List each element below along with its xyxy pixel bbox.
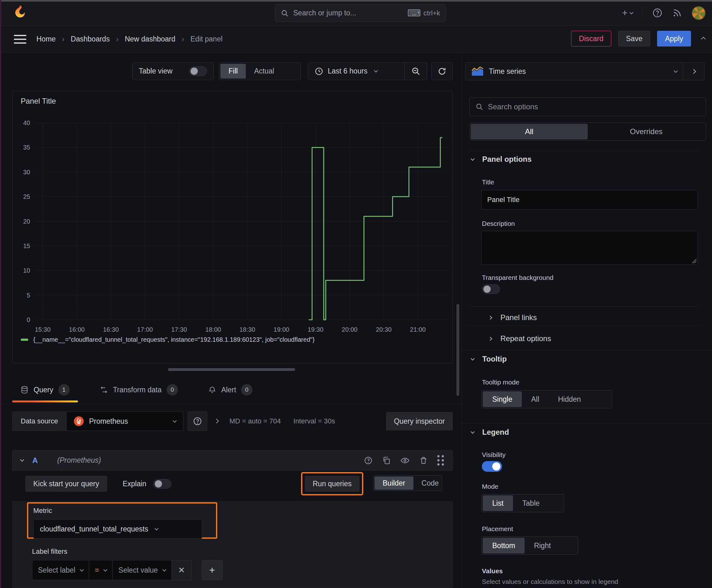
builder-code-switch: Builder Code xyxy=(373,475,442,491)
legend-mode-table-option[interactable]: Table xyxy=(513,495,549,511)
panel-options-heading: Panel options xyxy=(482,155,532,164)
search-options-placeholder: Search options xyxy=(488,102,538,111)
run-queries-button[interactable]: Run queries xyxy=(305,476,360,491)
legend-section-header[interactable]: Legend xyxy=(471,428,509,437)
delete-query-icon[interactable] xyxy=(419,456,428,465)
visualization-picker[interactable]: Time series xyxy=(466,66,683,76)
remove-filter-button[interactable]: ✕ xyxy=(172,560,192,580)
explain-toggle[interactable] xyxy=(153,479,171,489)
legend-heading: Legend xyxy=(482,428,509,437)
zoom-out-button[interactable] xyxy=(404,63,427,80)
select-label-dropdown[interactable]: Select label xyxy=(32,560,89,580)
options-scope-tabs: All Overrides xyxy=(469,123,706,141)
datasource-value: Prometheus xyxy=(89,417,128,426)
title-option-label: Title xyxy=(482,178,494,186)
description-textarea[interactable] xyxy=(481,231,698,265)
hide-query-icon[interactable] xyxy=(400,456,410,465)
builder-option[interactable]: Builder xyxy=(374,477,413,490)
select-value-dropdown[interactable]: Select value xyxy=(113,560,171,580)
transform-icon xyxy=(100,386,108,394)
breadcrumb-home[interactable]: Home xyxy=(37,35,56,43)
add-filter-button[interactable]: + xyxy=(202,560,222,580)
collapse-sidebar-button[interactable] xyxy=(683,63,704,80)
tooltip-single-option[interactable]: Single xyxy=(483,391,522,407)
y-tick-label: 20 xyxy=(23,218,30,225)
user-avatar[interactable] xyxy=(692,6,706,20)
collapse-query-icon[interactable] xyxy=(20,458,24,462)
operator-dropdown[interactable]: = xyxy=(89,560,113,580)
panel-links-section[interactable]: Panel links xyxy=(489,310,537,326)
tooltip-hidden-option[interactable]: Hidden xyxy=(549,391,590,407)
fill-option[interactable]: Fill xyxy=(220,64,246,79)
panel-options-section-header[interactable]: Panel options xyxy=(471,155,532,164)
search-options-input[interactable]: Search options xyxy=(469,97,706,116)
tab-transform-data[interactable]: Transform data 0 xyxy=(92,378,186,401)
duplicate-query-icon[interactable] xyxy=(382,456,391,465)
table-view-control: Table view xyxy=(132,62,214,80)
query-row-header[interactable]: A (Prometheus) xyxy=(12,450,453,470)
transparent-background-toggle[interactable] xyxy=(482,284,500,294)
legend-mode-label: Mode xyxy=(482,483,498,490)
menu-icon[interactable] xyxy=(14,35,26,44)
y-tick-label: 25 xyxy=(23,193,30,200)
chevron-down-icon xyxy=(103,568,107,572)
series-line[interactable] xyxy=(308,138,442,320)
legend-placement-right-option[interactable]: Right xyxy=(524,538,560,553)
tab-alert[interactable]: Alert 0 xyxy=(200,378,261,401)
chevron-right-icon xyxy=(488,337,492,341)
datasource-picker[interactable]: Prometheus xyxy=(67,412,184,431)
window-edge-top xyxy=(0,0,712,2)
legend-placement-bottom-option[interactable]: Bottom xyxy=(483,538,524,553)
y-tick-label: 15 xyxy=(23,243,30,249)
search-shortcut: ctrl+k xyxy=(424,9,440,17)
tooltip-section-header[interactable]: Tooltip xyxy=(471,355,507,363)
legend-series-label[interactable]: {__name__="cloudflared_tunnel_total_requ… xyxy=(33,336,315,343)
grafana-logo-icon[interactable] xyxy=(11,4,28,22)
time-series-viz-icon xyxy=(471,66,484,76)
tab-overrides[interactable]: Overrides xyxy=(588,124,705,140)
clock-icon xyxy=(315,67,323,76)
collapse-options-icon[interactable] xyxy=(702,36,705,42)
query-help-icon[interactable] xyxy=(364,456,373,465)
save-button[interactable]: Save xyxy=(618,31,650,46)
y-tick-label: 0 xyxy=(27,316,30,323)
time-series-chart[interactable]: 051015202530354015:3016:0016:3017:0017:3… xyxy=(13,91,453,364)
datasource-help-button[interactable] xyxy=(188,412,207,431)
metric-label: Metric xyxy=(33,507,211,515)
discard-button[interactable]: Discard xyxy=(571,31,611,46)
help-icon[interactable] xyxy=(652,7,663,18)
legend-series-swatch[interactable] xyxy=(21,339,28,341)
tooltip-all-option[interactable]: All xyxy=(522,391,549,407)
news-rss-icon[interactable] xyxy=(672,8,682,18)
x-tick-label: 17:00 xyxy=(137,326,153,333)
x-tick-label: 17:30 xyxy=(171,326,187,333)
fill-actual-switch: Fill Actual xyxy=(219,62,301,80)
apply-button[interactable]: Apply xyxy=(657,31,691,46)
repeat-options-section[interactable]: Repeat options xyxy=(489,331,551,346)
breadcrumb-dashboards[interactable]: Dashboards xyxy=(71,35,110,43)
legend-visibility-toggle[interactable] xyxy=(482,461,502,472)
query-inspector-button[interactable]: Query inspector xyxy=(386,412,453,430)
add-new-button[interactable]: + xyxy=(622,7,633,18)
query-options-expander[interactable] xyxy=(215,418,218,424)
actual-option[interactable]: Actual xyxy=(246,64,282,79)
visualization-picker-row: Time series xyxy=(465,62,705,80)
transparent-background-label: Transparent background xyxy=(482,274,554,281)
panel-title-input[interactable]: Panel Title xyxy=(481,190,698,210)
drag-handle-icon[interactable] xyxy=(437,455,444,465)
breadcrumb-new-dashboard[interactable]: New dashboard xyxy=(125,35,175,43)
time-range-picker[interactable]: Last 6 hours xyxy=(308,67,404,76)
tab-all[interactable]: All xyxy=(471,124,588,140)
legend-mode-list-option[interactable]: List xyxy=(483,495,513,511)
refresh-button[interactable] xyxy=(431,62,453,80)
table-view-toggle[interactable] xyxy=(189,66,207,76)
global-search-input[interactable]: Search or jump to... ⌨ ctrl+k xyxy=(275,4,446,22)
metric-select[interactable]: cloudflared_tunnel_total_requests xyxy=(33,519,202,539)
pane-resize-handle[interactable] xyxy=(168,368,295,371)
grafana-edit-panel: Search or jump to... ⌨ ctrl+k + Home › D… xyxy=(0,0,712,588)
chevron-down-icon xyxy=(162,568,166,572)
code-option[interactable]: Code xyxy=(413,477,447,490)
tab-query[interactable]: Query 1 xyxy=(12,378,78,401)
kick-start-query-button[interactable]: Kick start your query xyxy=(25,476,107,491)
x-tick-label: 15:30 xyxy=(35,326,50,333)
